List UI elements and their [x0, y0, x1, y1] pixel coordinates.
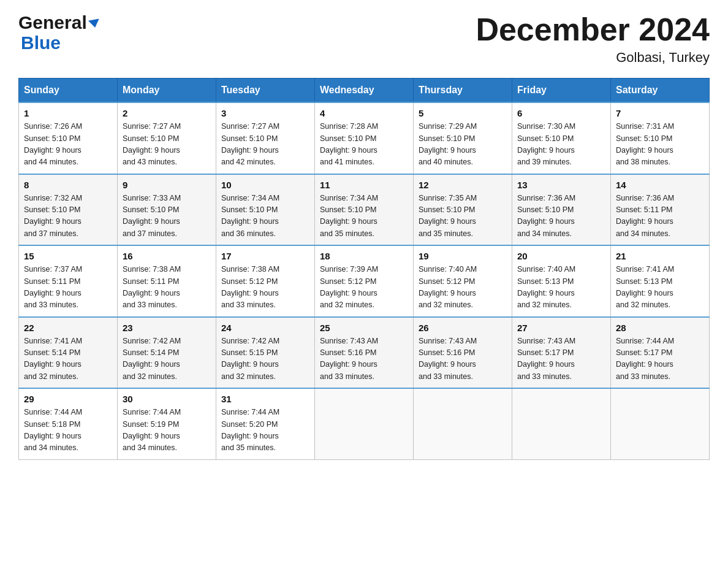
table-row: [414, 388, 512, 459]
header-tuesday: Tuesday: [216, 79, 315, 103]
day-info: Sunrise: 7:29 AMSunset: 5:10 PMDaylight:…: [419, 121, 507, 169]
table-row: 27Sunrise: 7:43 AMSunset: 5:17 PMDayligh…: [512, 317, 611, 389]
table-row: 14Sunrise: 7:36 AMSunset: 5:11 PMDayligh…: [611, 174, 710, 246]
day-info: Sunrise: 7:43 AMSunset: 5:17 PMDaylight:…: [517, 335, 605, 383]
logo-blue-text: Blue: [21, 33, 61, 53]
day-info: Sunrise: 7:43 AMSunset: 5:16 PMDaylight:…: [320, 335, 408, 383]
table-row: 6Sunrise: 7:30 AMSunset: 5:10 PMDaylight…: [512, 102, 611, 174]
day-info: Sunrise: 7:44 AMSunset: 5:19 PMDaylight:…: [123, 407, 211, 454]
calendar-week-row: 15Sunrise: 7:37 AMSunset: 5:11 PMDayligh…: [19, 245, 710, 317]
day-info: Sunrise: 7:42 AMSunset: 5:14 PMDaylight:…: [123, 335, 211, 383]
table-row: 25Sunrise: 7:43 AMSunset: 5:16 PMDayligh…: [315, 317, 414, 389]
month-title: December 2024: [476, 12, 710, 47]
table-row: 16Sunrise: 7:38 AMSunset: 5:11 PMDayligh…: [118, 245, 216, 317]
header-friday: Friday: [512, 79, 611, 103]
day-info: Sunrise: 7:36 AMSunset: 5:10 PMDaylight:…: [517, 193, 605, 240]
day-info: Sunrise: 7:27 AMSunset: 5:10 PMDaylight:…: [123, 121, 211, 169]
day-info: Sunrise: 7:34 AMSunset: 5:10 PMDaylight:…: [221, 193, 309, 240]
table-row: 5Sunrise: 7:29 AMSunset: 5:10 PMDaylight…: [414, 102, 512, 174]
header-wednesday: Wednesday: [315, 79, 414, 103]
table-row: 24Sunrise: 7:42 AMSunset: 5:15 PMDayligh…: [216, 317, 315, 389]
table-row: 12Sunrise: 7:35 AMSunset: 5:10 PMDayligh…: [414, 174, 512, 246]
day-info: Sunrise: 7:36 AMSunset: 5:11 PMDaylight:…: [616, 193, 704, 240]
page-header: General Blue December 2024 Golbasi, Turk…: [18, 12, 710, 66]
table-row: [315, 388, 414, 459]
calendar-week-row: 8Sunrise: 7:32 AMSunset: 5:10 PMDaylight…: [19, 174, 710, 246]
table-row: 13Sunrise: 7:36 AMSunset: 5:10 PMDayligh…: [512, 174, 611, 246]
day-info: Sunrise: 7:44 AMSunset: 5:18 PMDaylight:…: [24, 407, 112, 454]
table-row: 8Sunrise: 7:32 AMSunset: 5:10 PMDaylight…: [19, 174, 118, 246]
day-info: Sunrise: 7:31 AMSunset: 5:10 PMDaylight:…: [616, 121, 704, 169]
table-row: 18Sunrise: 7:39 AMSunset: 5:12 PMDayligh…: [315, 245, 414, 317]
calendar-week-row: 29Sunrise: 7:44 AMSunset: 5:18 PMDayligh…: [19, 388, 710, 459]
day-number: 20: [517, 251, 605, 261]
table-row: 2Sunrise: 7:27 AMSunset: 5:10 PMDaylight…: [118, 102, 216, 174]
day-number: 6: [517, 108, 605, 118]
day-info: Sunrise: 7:39 AMSunset: 5:12 PMDaylight:…: [320, 264, 408, 312]
table-row: 26Sunrise: 7:43 AMSunset: 5:16 PMDayligh…: [414, 317, 512, 389]
table-row: 11Sunrise: 7:34 AMSunset: 5:10 PMDayligh…: [315, 174, 414, 246]
header-sunday: Sunday: [19, 79, 118, 103]
table-row: 29Sunrise: 7:44 AMSunset: 5:18 PMDayligh…: [19, 388, 118, 459]
title-section: December 2024 Golbasi, Turkey: [476, 12, 710, 66]
day-info: Sunrise: 7:26 AMSunset: 5:10 PMDaylight:…: [24, 121, 112, 169]
table-row: [512, 388, 611, 459]
day-number: 18: [320, 251, 408, 261]
day-number: 29: [24, 394, 112, 404]
day-number: 27: [517, 323, 605, 333]
day-info: Sunrise: 7:33 AMSunset: 5:10 PMDaylight:…: [123, 193, 211, 240]
table-row: 30Sunrise: 7:44 AMSunset: 5:19 PMDayligh…: [118, 388, 216, 459]
day-number: 13: [517, 180, 605, 190]
day-number: 30: [123, 394, 211, 404]
day-number: 9: [123, 180, 211, 190]
day-info: Sunrise: 7:30 AMSunset: 5:10 PMDaylight:…: [517, 121, 605, 169]
logo: General Blue: [18, 12, 100, 53]
table-row: 19Sunrise: 7:40 AMSunset: 5:12 PMDayligh…: [414, 245, 512, 317]
day-number: 16: [123, 251, 211, 261]
calendar-week-row: 22Sunrise: 7:41 AMSunset: 5:14 PMDayligh…: [19, 317, 710, 389]
calendar-table: Sunday Monday Tuesday Wednesday Thursday…: [18, 78, 710, 460]
day-number: 25: [320, 323, 408, 333]
day-info: Sunrise: 7:35 AMSunset: 5:10 PMDaylight:…: [419, 193, 507, 240]
header-thursday: Thursday: [414, 79, 512, 103]
day-info: Sunrise: 7:40 AMSunset: 5:13 PMDaylight:…: [517, 264, 605, 312]
table-row: 9Sunrise: 7:33 AMSunset: 5:10 PMDaylight…: [118, 174, 216, 246]
table-row: 4Sunrise: 7:28 AMSunset: 5:10 PMDaylight…: [315, 102, 414, 174]
table-row: 17Sunrise: 7:38 AMSunset: 5:12 PMDayligh…: [216, 245, 315, 317]
day-number: 11: [320, 180, 408, 190]
day-number: 10: [221, 180, 309, 190]
table-row: 21Sunrise: 7:41 AMSunset: 5:13 PMDayligh…: [611, 245, 710, 317]
day-number: 21: [616, 251, 704, 261]
table-row: 7Sunrise: 7:31 AMSunset: 5:10 PMDaylight…: [611, 102, 710, 174]
day-number: 26: [419, 323, 507, 333]
table-row: 22Sunrise: 7:41 AMSunset: 5:14 PMDayligh…: [19, 317, 118, 389]
day-info: Sunrise: 7:40 AMSunset: 5:12 PMDaylight:…: [419, 264, 507, 312]
day-number: 28: [616, 323, 704, 333]
day-number: 17: [221, 251, 309, 261]
day-number: 19: [419, 251, 507, 261]
day-number: 1: [24, 108, 112, 118]
day-info: Sunrise: 7:44 AMSunset: 5:17 PMDaylight:…: [616, 335, 704, 383]
day-number: 7: [616, 108, 704, 118]
day-info: Sunrise: 7:37 AMSunset: 5:11 PMDaylight:…: [24, 264, 112, 312]
day-info: Sunrise: 7:44 AMSunset: 5:20 PMDaylight:…: [221, 407, 309, 454]
table-row: 20Sunrise: 7:40 AMSunset: 5:13 PMDayligh…: [512, 245, 611, 317]
day-info: Sunrise: 7:28 AMSunset: 5:10 PMDaylight:…: [320, 121, 408, 169]
header-monday: Monday: [118, 79, 216, 103]
day-number: 22: [24, 323, 112, 333]
day-info: Sunrise: 7:27 AMSunset: 5:10 PMDaylight:…: [221, 121, 309, 169]
table-row: 3Sunrise: 7:27 AMSunset: 5:10 PMDaylight…: [216, 102, 315, 174]
day-info: Sunrise: 7:38 AMSunset: 5:11 PMDaylight:…: [123, 264, 211, 312]
day-number: 24: [221, 323, 309, 333]
day-info: Sunrise: 7:43 AMSunset: 5:16 PMDaylight:…: [419, 335, 507, 383]
calendar-header-row: Sunday Monday Tuesday Wednesday Thursday…: [19, 79, 710, 103]
day-number: 15: [24, 251, 112, 261]
table-row: [611, 388, 710, 459]
day-number: 5: [419, 108, 507, 118]
day-number: 8: [24, 180, 112, 190]
table-row: 28Sunrise: 7:44 AMSunset: 5:17 PMDayligh…: [611, 317, 710, 389]
table-row: 31Sunrise: 7:44 AMSunset: 5:20 PMDayligh…: [216, 388, 315, 459]
day-info: Sunrise: 7:41 AMSunset: 5:14 PMDaylight:…: [24, 335, 112, 383]
day-number: 2: [123, 108, 211, 118]
day-info: Sunrise: 7:38 AMSunset: 5:12 PMDaylight:…: [221, 264, 309, 312]
